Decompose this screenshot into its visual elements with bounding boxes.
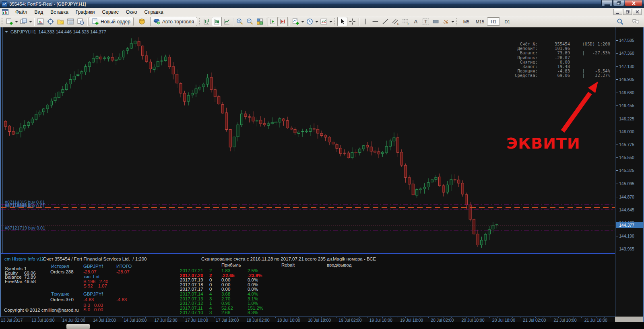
price-axis[interactable]: 147.585147.360147.130146.905146.680146.4…	[615, 27, 644, 317]
horizontal-line-tool-button[interactable]	[370, 17, 380, 26]
candle-body	[256, 121, 258, 121]
candle-body	[27, 122, 30, 126]
mdi-minimize-icon	[616, 10, 619, 14]
table-row-pct: 2.5%	[248, 268, 258, 273]
navigator-button[interactable]	[56, 17, 66, 26]
close-button[interactable]	[625, 0, 642, 6]
auto-scroll-button[interactable]	[268, 17, 278, 26]
indicators-button[interactable]	[291, 17, 301, 26]
menu-item-insert[interactable]: Вставка	[47, 8, 72, 16]
templates-button[interactable]	[319, 17, 329, 26]
new-chart-button[interactable]	[4, 17, 14, 26]
account-info-row: Баланс:73.89| -27.53%	[485, 51, 610, 55]
table-row-profit: 1.83	[221, 268, 230, 273]
toolbar-grip[interactable]	[1, 18, 3, 26]
equity-arrow[interactable]	[563, 93, 590, 131]
zoom-out-button[interactable]	[245, 17, 255, 26]
timeframe-d1[interactable]: D1	[501, 17, 514, 26]
candle-body	[396, 138, 399, 153]
timeframe-h1[interactable]: H1	[487, 17, 500, 26]
profiles-button[interactable]	[19, 17, 29, 26]
time-axis[interactable]: 13 Jul 201713 Jul 18:0014 Jul 02:0014 Ju…	[0, 317, 615, 322]
mdi-close-button[interactable]	[633, 9, 642, 15]
timeframe-m15[interactable]: M15	[473, 17, 486, 26]
order-label[interactable]: #87121719 buy 0.01	[5, 226, 45, 230]
chart-shift-button[interactable]	[278, 17, 288, 26]
templates-dropdown-arrow[interactable]	[329, 17, 333, 26]
equity-arrow-head[interactable]	[588, 81, 598, 93]
indicators-dropdown-arrow[interactable]	[301, 17, 305, 26]
candle-body	[454, 180, 456, 180]
candle-body	[195, 89, 197, 93]
equidistant-channel-tool-button[interactable]: E	[390, 17, 400, 26]
profiles-dropdown-arrow[interactable]	[29, 17, 33, 26]
menu-item-charts[interactable]: Графики	[72, 8, 99, 16]
line-chart-button[interactable]	[222, 17, 232, 26]
autotrading-button[interactable]: Авто-торговля	[150, 17, 197, 26]
candle-body	[271, 122, 273, 124]
metaeditor-button[interactable]	[137, 17, 147, 26]
toolbar-grip[interactable]	[456, 18, 458, 26]
candle-body	[378, 152, 380, 154]
tile-windows-button[interactable]	[255, 17, 265, 26]
table-row-count: 4	[209, 306, 212, 310]
chevron-down-icon[interactable]	[5, 31, 8, 34]
zoom-in-button[interactable]	[235, 17, 245, 26]
search-icon	[617, 18, 623, 25]
text-label-tool-button[interactable]: T	[421, 17, 431, 26]
templates-icon	[320, 18, 327, 25]
new-chart-dropdown-arrow[interactable]	[14, 17, 19, 26]
arrows-dropdown-arrow[interactable]	[451, 17, 455, 26]
toolbar-grip[interactable]	[198, 18, 200, 26]
metaeditor-icon	[138, 18, 145, 25]
bar-chart-button[interactable]	[202, 17, 212, 26]
chart-area[interactable]: GBPJPYf,H1 144.333 144.446 144.323 144.3…	[0, 27, 615, 317]
restore-button[interactable]	[613, 0, 624, 6]
table-row-count: 0	[209, 277, 212, 282]
crosshair-tool-button[interactable]	[347, 17, 357, 26]
equity-annotation-text[interactable]: ЭКВИТИ	[506, 134, 580, 152]
menu-item-file[interactable]: Файл	[12, 8, 31, 16]
taskbar-stub[interactable]	[66, 324, 90, 329]
table-row-pct: -23.9%	[248, 273, 262, 278]
chart-window-icon	[2, 9, 8, 15]
data-window-button[interactable]	[45, 17, 56, 26]
strategy-tester-button[interactable]	[76, 17, 86, 26]
periods-dropdown-arrow[interactable]	[315, 17, 319, 26]
table-row-profit: 0.00	[221, 287, 230, 292]
chat-button[interactable]	[631, 17, 641, 26]
toolbar: Новый ордер Авто-торговля	[0, 16, 644, 27]
candle-body	[122, 51, 125, 57]
toolbar-grip[interactable]	[334, 18, 336, 26]
menu-item-window[interactable]: Окно	[122, 8, 141, 16]
bottom-strip	[0, 322, 644, 329]
terminal-button[interactable]	[66, 17, 76, 26]
cursor-tool-button[interactable]	[337, 17, 347, 26]
candlestick-chart-button[interactable]	[212, 17, 222, 26]
timeframe-m5[interactable]: M5	[460, 17, 473, 26]
text-tool-button[interactable]: A	[411, 17, 421, 26]
trendline-tool-button[interactable]	[380, 17, 390, 26]
candle-body	[206, 78, 208, 84]
menu-item-view[interactable]: Вид	[31, 8, 47, 16]
new-order-button[interactable]: Новый ордер	[89, 17, 134, 26]
mdi-restore-button[interactable]	[623, 9, 632, 15]
mdi-minimize-button[interactable]	[613, 9, 622, 15]
periods-button[interactable]	[305, 17, 315, 26]
order-label[interactable]: #87118848 buy 0.01	[5, 203, 45, 208]
rectangle-shape-icon	[432, 18, 439, 25]
candle-body	[283, 119, 285, 121]
vertical-line-tool-button[interactable]	[360, 17, 370, 26]
menu-item-help[interactable]: Справка	[141, 8, 167, 16]
market-watch-button[interactable]	[35, 17, 45, 26]
autotrading-icon	[153, 18, 160, 25]
menu-item-service[interactable]: Сервис	[99, 8, 122, 16]
candle-body	[263, 124, 266, 125]
arrows-tool-button[interactable]	[441, 17, 451, 26]
shapes-tool-button[interactable]	[431, 17, 441, 26]
fibonacci-tool-button[interactable]: F	[400, 17, 411, 26]
account-row-label: Баланс:	[485, 51, 538, 55]
minimize-button[interactable]	[601, 0, 613, 6]
candle-body	[385, 146, 388, 153]
search-button[interactable]	[615, 17, 625, 26]
